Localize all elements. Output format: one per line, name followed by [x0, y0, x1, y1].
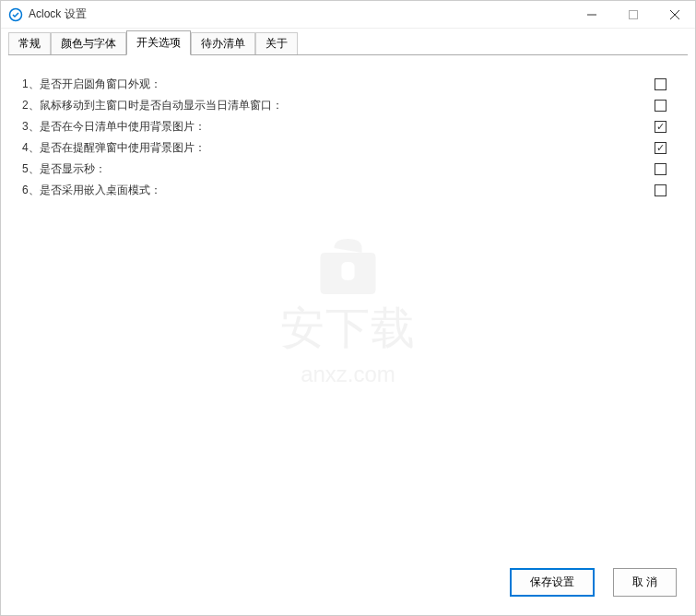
minimize-button[interactable]	[571, 1, 612, 29]
save-button[interactable]: 保存设置	[510, 568, 595, 597]
option-label: 4、是否在提醒弹窗中使用背景图片：	[22, 140, 206, 156]
option-label: 6、是否采用嵌入桌面模式：	[22, 183, 161, 198]
option-label: 1、是否开启圆角窗口外观：	[22, 77, 161, 92]
tab-bar: 常规 颜色与字体 开关选项 待办清单 关于	[1, 29, 695, 55]
tab-content: 1、是否开启圆角窗口外观： 2、鼠标移动到主窗口时是否自动显示当日清单窗口： 3…	[8, 54, 688, 557]
tab-about[interactable]: 关于	[255, 32, 298, 55]
watermark-text: 安下载	[280, 299, 416, 358]
checkbox-rounded-window[interactable]	[655, 78, 667, 90]
option-label: 2、鼠标移动到主窗口时是否自动显示当日清单窗口：	[22, 98, 283, 113]
checkbox-today-bg-image[interactable]	[655, 121, 667, 133]
option-row: 2、鼠标移动到主窗口时是否自动显示当日清单窗口：	[22, 95, 674, 116]
option-label: 5、是否显示秒：	[22, 161, 106, 177]
button-bar: 保存设置 取 消	[1, 557, 695, 615]
cancel-button[interactable]: 取 消	[613, 568, 677, 597]
tab-color-font[interactable]: 颜色与字体	[51, 32, 126, 55]
option-row: 4、是否在提醒弹窗中使用背景图片：	[22, 137, 674, 159]
option-row: 5、是否显示秒：	[22, 159, 674, 180]
tab-switch-options[interactable]: 开关选项	[126, 30, 191, 55]
checkbox-show-seconds[interactable]	[655, 163, 667, 175]
checkbox-desktop-embed[interactable]	[655, 184, 667, 196]
tab-general[interactable]: 常规	[8, 32, 51, 55]
checkbox-reminder-bg-image[interactable]	[655, 142, 667, 154]
checkbox-auto-show-list[interactable]	[655, 100, 667, 112]
option-row: 6、是否采用嵌入桌面模式：	[22, 180, 674, 201]
watermark-url: anxz.com	[280, 361, 416, 387]
window-title: Aclock 设置	[29, 6, 571, 22]
window-controls	[571, 1, 695, 29]
option-row: 3、是否在今日清单中使用背景图片：	[22, 116, 674, 137]
svg-rect-2	[629, 10, 637, 18]
app-icon	[8, 7, 23, 22]
settings-window: Aclock 设置 常规 颜色与字体 开关选项 待办清单 关于 1、是否开启圆角…	[0, 0, 696, 616]
option-label: 3、是否在今日清单中使用背景图片：	[22, 119, 206, 135]
option-row: 1、是否开启圆角窗口外观：	[22, 74, 674, 95]
watermark-icon	[307, 225, 390, 299]
maximize-button[interactable]	[612, 1, 654, 29]
titlebar: Aclock 设置	[1, 1, 695, 29]
close-button[interactable]	[654, 1, 695, 29]
watermark: 安下载 anxz.com	[280, 225, 416, 387]
tab-todo-list[interactable]: 待办清单	[191, 32, 255, 55]
